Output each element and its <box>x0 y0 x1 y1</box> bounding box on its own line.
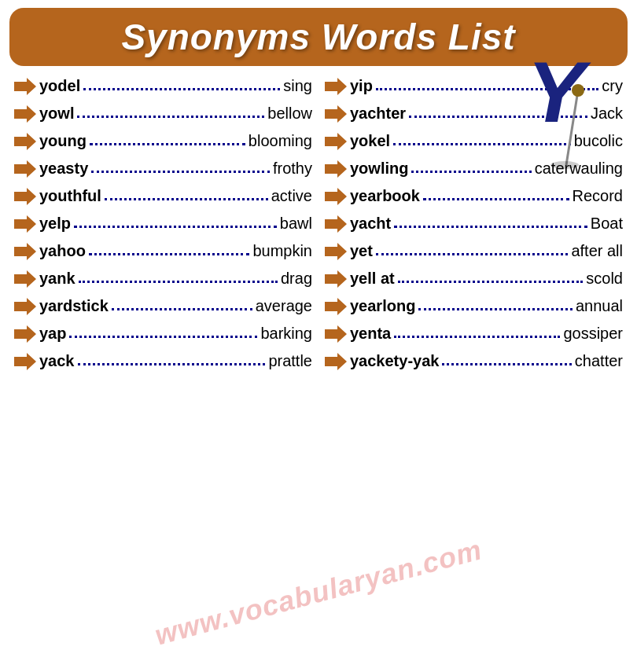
word-label: yowling <box>350 160 408 178</box>
list-item: yank drag <box>8 265 318 292</box>
arrow-icon <box>325 188 347 205</box>
dot-separator <box>376 88 598 90</box>
svg-marker-5 <box>14 105 36 123</box>
list-item: yokel bucolic <box>318 127 629 155</box>
synonym-label: bawl <box>280 215 312 233</box>
synonym-label: bellow <box>267 105 312 123</box>
synonym-label: gossiper <box>563 325 623 343</box>
svg-marker-13 <box>14 325 36 343</box>
svg-marker-22 <box>325 270 347 288</box>
word-label: yenta <box>350 325 391 343</box>
synonym-label: caterwauling <box>535 160 623 178</box>
svg-marker-25 <box>325 353 347 370</box>
list-item: yardstick average <box>8 292 318 320</box>
left-column: yodel sing yowl bellow young blooming ye… <box>8 72 318 375</box>
word-label: yet <box>350 242 373 260</box>
list-item: yell at scold <box>318 265 629 292</box>
arrow-icon <box>325 298 347 315</box>
synonym-label: cry <box>602 77 623 95</box>
synonym-label: sing <box>283 77 312 95</box>
arrow-icon <box>14 215 36 233</box>
dot-separator <box>394 226 587 228</box>
svg-marker-17 <box>325 133 347 150</box>
synonym-label: prattle <box>268 352 312 370</box>
arrow-icon <box>14 160 36 178</box>
svg-marker-4 <box>14 78 36 95</box>
dot-separator <box>376 253 569 255</box>
right-column: yip cry yachter Jack yokel bucolic yowli… <box>318 72 629 375</box>
dot-separator <box>77 116 264 118</box>
synonym-label: annual <box>576 297 623 315</box>
dot-separator <box>418 308 573 310</box>
dot-separator <box>78 363 266 365</box>
synonym-label: bumpkin <box>252 242 312 260</box>
word-label: young <box>39 132 87 150</box>
word-label: yachter <box>350 105 406 123</box>
dot-separator <box>394 336 560 338</box>
list-item: yet after all <box>318 237 629 265</box>
list-item: young blooming <box>8 127 318 155</box>
header: Synonyms Words List <box>9 8 628 66</box>
word-label: yokel <box>350 132 390 150</box>
arrow-icon <box>14 188 36 205</box>
list-item: yachter Jack <box>318 100 629 127</box>
svg-marker-23 <box>325 298 347 315</box>
list-item: yelp bawl <box>8 210 318 237</box>
list-item: yip cry <box>318 72 629 100</box>
synonym-label: chatter <box>575 352 623 370</box>
list-item: yahoo bumpkin <box>8 237 318 265</box>
dot-separator <box>393 143 571 145</box>
synonym-label: Record <box>573 187 623 205</box>
word-label: yap <box>39 325 66 343</box>
word-label: yardstick <box>39 297 109 315</box>
word-label: yacht <box>350 215 391 233</box>
list-item: yap barking <box>8 320 318 347</box>
synonym-label: average <box>256 297 312 315</box>
arrow-icon <box>14 133 36 150</box>
synonym-label: Boat <box>591 215 623 233</box>
page-title: Synonyms Words List <box>25 16 612 58</box>
dot-separator <box>423 198 569 200</box>
word-label: youthful <box>39 187 101 205</box>
synonym-label: blooming <box>249 132 312 150</box>
word-label: yell at <box>350 270 395 288</box>
word-label: yahoo <box>39 242 86 260</box>
arrow-icon <box>325 353 347 370</box>
synonym-label: scold <box>586 270 623 288</box>
arrow-icon <box>325 325 347 343</box>
arrow-icon <box>325 243 347 260</box>
list-item: yackety-yak chatter <box>318 347 629 375</box>
svg-marker-10 <box>14 243 36 260</box>
list-item: yearbook Record <box>318 182 629 210</box>
word-label: yip <box>350 77 373 95</box>
synonym-label: after all <box>571 242 623 260</box>
arrow-icon <box>14 243 36 260</box>
dot-separator <box>83 88 280 90</box>
list-item: yenta gossiper <box>318 320 629 347</box>
dot-separator <box>89 253 249 255</box>
arrow-icon <box>325 160 347 178</box>
word-label: yackety-yak <box>350 352 439 370</box>
list-item: yowl bellow <box>8 100 318 127</box>
dot-separator <box>90 143 245 145</box>
dot-separator <box>79 281 278 283</box>
list-item: yearlong annual <box>318 292 629 320</box>
dot-separator <box>442 363 571 365</box>
dot-separator <box>398 281 584 283</box>
word-label: yearlong <box>350 297 415 315</box>
word-label: yowl <box>39 105 74 123</box>
svg-marker-16 <box>325 105 347 123</box>
watermark: www.vocabularyan.com <box>6 494 630 672</box>
list-item: yodel sing <box>8 72 318 100</box>
dot-separator <box>112 308 252 310</box>
list-item: youthful active <box>8 182 318 210</box>
svg-marker-20 <box>325 215 347 233</box>
svg-marker-7 <box>14 160 36 178</box>
synonym-label: barking <box>260 325 312 343</box>
svg-marker-6 <box>14 133 36 150</box>
svg-marker-15 <box>325 78 347 95</box>
synonym-label: frothy <box>273 160 312 178</box>
word-label: yank <box>39 270 75 288</box>
dot-separator <box>74 226 277 228</box>
list-item: yack prattle <box>8 347 318 375</box>
